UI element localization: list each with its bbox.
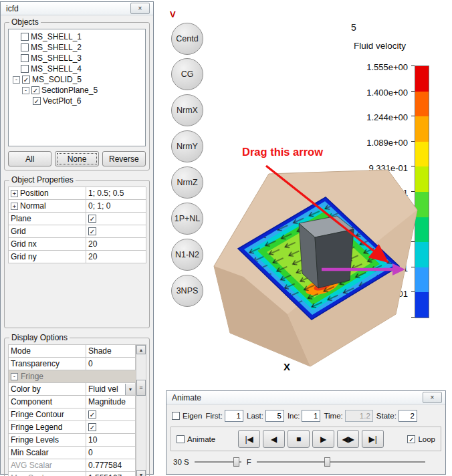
property-label: + Position — [9, 187, 86, 200]
first-state-button[interactable]: |◀ — [238, 430, 260, 448]
view-button-nrmz[interactable]: NrmZ — [171, 166, 203, 199]
scrollbar-thumb[interactable]: ≡ — [136, 380, 146, 396]
view-button-n1-n2[interactable]: N1-N2 — [171, 239, 203, 271]
speed-slider[interactable] — [195, 457, 241, 467]
state-field[interactable] — [399, 410, 417, 422]
last-state-button[interactable]: ▶| — [362, 430, 384, 448]
view-button-3nps[interactable]: 3NPS — [171, 275, 203, 307]
icfd-titlebar[interactable]: icfd × — [1, 2, 153, 15]
view-button-nrmy[interactable]: NrmY — [171, 130, 203, 162]
scroll-up-icon[interactable]: ▲ — [136, 345, 146, 354]
checkbox[interactable]: ✓ — [31, 86, 39, 94]
legend-value: 9.331e-01 — [345, 155, 408, 181]
tree-item[interactable]: ✓ VectPlot_6 — [9, 96, 145, 106]
normal-value[interactable]: 0; 1; 0 — [86, 200, 146, 213]
avg-scalar-value: 0.777584 — [86, 459, 136, 472]
checkbox[interactable] — [21, 43, 29, 51]
property-label: Fringe Contour — [9, 408, 86, 421]
mode-value[interactable]: Shade — [86, 345, 136, 358]
view-button-centd[interactable]: Centd — [171, 23, 203, 55]
colorbar-segment — [415, 192, 429, 217]
tree-item[interactable]: - ✓ SectionPlane_5 — [9, 85, 145, 96]
component-value[interactable]: Magnitude — [86, 396, 136, 408]
property-row: + Normal 0; 1; 0 — [9, 200, 146, 213]
property-label: AVG Scalar — [9, 459, 86, 472]
tree-item-label: MS_SHELL_1 — [31, 32, 82, 41]
checkbox[interactable]: ✓ — [33, 97, 41, 105]
none-button[interactable]: None — [55, 151, 98, 166]
frame-slider[interactable] — [257, 457, 425, 467]
property-label: + Normal — [9, 200, 86, 213]
all-button[interactable]: All — [8, 151, 51, 166]
legend-value: 6.221e-01 — [345, 206, 408, 231]
color-by-dropdown[interactable]: Fluid vel ▾ — [86, 383, 136, 396]
view-button-1p-nl[interactable]: 1P+NL — [171, 203, 203, 235]
scroll-down-icon[interactable]: ▼ — [136, 470, 146, 476]
chevron-down-icon[interactable]: ▾ — [125, 384, 135, 395]
fringe-contour-checkbox[interactable]: ✓ — [88, 410, 96, 419]
grid-ny-value[interactable]: 20 — [86, 251, 146, 263]
close-button[interactable]: × — [423, 392, 442, 403]
last-field[interactable] — [265, 410, 284, 422]
close-button[interactable]: × — [130, 3, 150, 14]
frame-label: F — [247, 458, 251, 466]
colorbar-segment — [415, 267, 429, 293]
eigen-checkbox[interactable] — [172, 412, 180, 420]
view-button-cg[interactable]: CG — [171, 58, 203, 90]
position-value[interactable]: 1; 0.5; 0.5 — [86, 187, 146, 200]
fringe-legend-checkbox[interactable]: ✓ — [88, 423, 96, 431]
tree-item[interactable]: - ✓ MS_SOLID_5 — [9, 74, 145, 85]
stop-button[interactable]: ■ — [288, 430, 310, 448]
legend-value: 1.244e+00 — [345, 105, 408, 130]
inc-field[interactable] — [302, 410, 320, 422]
collapse-icon[interactable]: - — [11, 373, 18, 380]
tree-item[interactable]: MS_SHELL_3 — [9, 53, 145, 64]
plane-checkbox[interactable]: ✓ — [88, 215, 96, 223]
property-label: Min Scalar — [9, 447, 86, 459]
grid-checkbox[interactable]: ✓ — [88, 227, 96, 235]
first-field[interactable] — [225, 410, 243, 422]
eigen-label: Eigen — [183, 412, 202, 420]
display-options-scrollbar[interactable]: ▲ ≡ ▼ — [136, 344, 146, 476]
step-back-button[interactable]: ◀ — [263, 430, 285, 448]
expand-icon[interactable]: + — [11, 190, 18, 197]
grid-nx-value[interactable]: 20 — [86, 238, 146, 251]
objects-tree[interactable]: MS_SHELL_1 MS_SHELL_2 MS_SHELL_3 MS_SHEL… — [8, 29, 146, 146]
close-icon: × — [138, 5, 142, 12]
colorbar-segment — [415, 92, 429, 117]
play-button[interactable]: ▶ — [312, 430, 334, 448]
checkbox[interactable] — [21, 33, 29, 41]
expand-icon[interactable]: + — [11, 203, 18, 210]
tree-item-label: MS_SHELL_4 — [31, 64, 82, 74]
property-row: Mode Shade — [9, 345, 136, 358]
tree-item-label: MS_SHELL_3 — [31, 53, 82, 63]
drag-annotation-text: Drag this arrow — [242, 146, 323, 158]
groupbox-title: Object Properties — [9, 175, 76, 185]
checkbox[interactable]: ✓ — [22, 76, 30, 84]
fringe-levels-value[interactable]: 10 — [86, 434, 136, 447]
view-button-nrmx[interactable]: NrmX — [171, 94, 203, 126]
animate-titlebar[interactable]: Animate × — [166, 391, 445, 404]
min-scalar-value[interactable]: 0 — [86, 447, 136, 459]
property-row: Fringe Legend ✓ — [9, 421, 136, 434]
slider-thumb[interactable] — [233, 457, 239, 467]
property-label: Transparency — [9, 358, 86, 370]
property-label: Fringe Legend — [9, 421, 86, 434]
reverse-button[interactable]: Reverse — [102, 151, 146, 166]
tree-item[interactable]: MS_SHELL_1 — [9, 31, 145, 42]
legend-value: 7.776e-01 — [345, 181, 408, 206]
checkbox[interactable] — [21, 54, 29, 62]
collapse-icon[interactable]: - — [22, 87, 29, 94]
checkbox[interactable] — [21, 65, 29, 73]
tree-item[interactable]: MS_SHELL_2 — [9, 42, 145, 53]
slider-thumb[interactable] — [324, 457, 330, 467]
property-label: Mode — [9, 345, 86, 358]
bounce-button[interactable]: ◀▶ — [337, 430, 359, 448]
animate-checkbox[interactable] — [177, 435, 185, 443]
tree-item[interactable]: MS_SHELL_4 — [9, 64, 145, 74]
collapse-icon[interactable]: - — [13, 76, 20, 84]
property-row: Grid ✓ — [9, 225, 146, 238]
animate-label: Animate — [187, 435, 215, 443]
transparency-value[interactable]: 0 — [86, 358, 136, 370]
loop-checkbox[interactable]: ✓ — [407, 435, 415, 443]
